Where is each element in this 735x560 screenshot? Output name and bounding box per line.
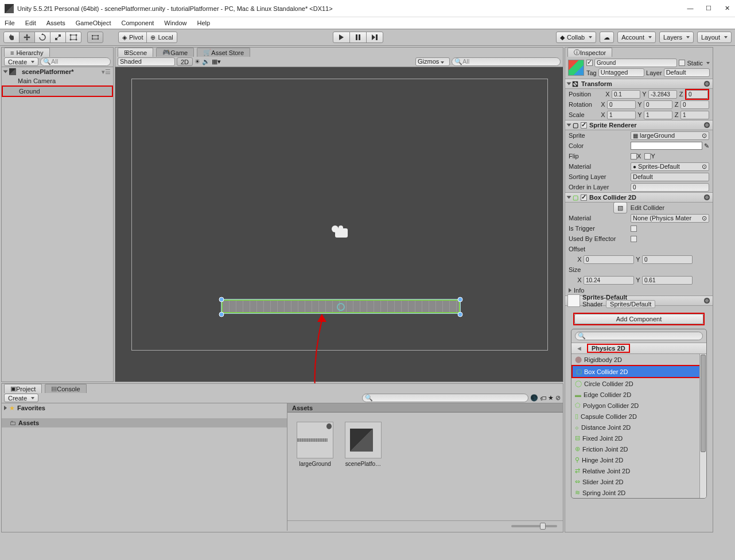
material-preview-header[interactable]: Sprites-DefaultShader Sprites/Default [565, 295, 713, 306]
minimize-button[interactable]: — [687, 5, 694, 12]
shader-dropdown[interactable]: Sprites/Default [606, 300, 655, 308]
component-item-distancejoint2d[interactable]: ⟐Distance Joint 2D [571, 422, 706, 433]
hierarchy-search[interactable]: 🔍All [40, 57, 111, 66]
sorting-layer-dropdown[interactable]: Default [631, 173, 709, 181]
step-button[interactable] [366, 32, 383, 43]
menu-window[interactable]: Window [164, 20, 186, 26]
scale-y[interactable] [644, 111, 672, 119]
gizmos-dropdown[interactable]: Gizmos [415, 57, 450, 66]
flip-x-checkbox[interactable] [631, 153, 637, 160]
gear-icon[interactable] [703, 80, 710, 87]
asset-store-tab[interactable]: 🛒 Asset Store [197, 48, 250, 57]
scene-tab[interactable]: ⊞ Scene [118, 48, 153, 57]
scene-viewport[interactable] [115, 67, 563, 382]
component-item-polygoncollider2d[interactable]: ⬠Polygon Collider 2D [571, 400, 706, 411]
component-item-rigidbody2d[interactable]: ⬤Rigidbody 2D [571, 354, 706, 365]
scene-search[interactable]: 🔍All [452, 57, 561, 66]
pos-x[interactable] [612, 90, 640, 99]
used-by-effector-checkbox[interactable] [631, 236, 637, 242]
component-item-sliderjoint2d[interactable]: ⇔Slider Joint 2D [571, 476, 706, 487]
menu-file[interactable]: File [5, 20, 15, 26]
sprite-field[interactable]: ▦largeGround⊙ [631, 131, 709, 140]
component-item-springjoint2d[interactable]: ≋Spring Joint 2D [571, 487, 706, 498]
sprite-renderer-header[interactable]: ▢Sprite Renderer [565, 120, 713, 130]
collab-dropdown[interactable]: ◆ Collab [556, 32, 596, 43]
thumbnail-size-slider[interactable] [511, 525, 557, 527]
edit-collider-button[interactable]: ▧ [613, 202, 627, 213]
play-button[interactable] [333, 32, 350, 43]
active-checkbox[interactable] [586, 60, 593, 66]
component-item-capsulecollider2d[interactable]: ▯Capsule Collider 2D [571, 411, 706, 422]
menu-component[interactable]: Component [121, 20, 154, 26]
hierarchy-create-button[interactable]: Create [4, 57, 38, 66]
transform-header[interactable]: ⛞Transform [565, 79, 713, 89]
maximize-button[interactable]: ☐ [705, 5, 712, 12]
favorites-label[interactable]: Favorites [17, 405, 45, 411]
close-button[interactable]: ✕ [724, 5, 730, 12]
box-collider-header[interactable]: ▢Box Collider 2D [565, 192, 713, 203]
pos-z[interactable] [686, 90, 708, 99]
hierarchy-item-ground[interactable]: Ground [3, 87, 112, 96]
component-item-fixedjoint2d[interactable]: ⊟Fixed Joint 2D [571, 433, 706, 444]
menu-help[interactable]: Help [197, 20, 210, 26]
gear-icon[interactable] [703, 194, 710, 201]
static-checkbox[interactable] [679, 60, 685, 66]
rot-y[interactable] [644, 100, 672, 109]
collider-enabled-checkbox[interactable] [581, 195, 587, 201]
scene-name[interactable]: scenePlatformer* [22, 68, 74, 75]
physics-material-field[interactable]: None (Physics Mater⊙ [631, 214, 709, 223]
scale-x[interactable] [607, 111, 636, 119]
menu-edit[interactable]: Edit [25, 20, 36, 26]
size-y[interactable] [642, 276, 693, 285]
component-item-hingejoint2d[interactable]: ⚲Hinge Joint 2D [571, 454, 706, 465]
project-folder-assets[interactable]: 🗀Assets [2, 418, 287, 427]
component-item-circlecollider2d[interactable]: ◯Circle Collider 2D [571, 378, 706, 389]
is-trigger-checkbox[interactable] [631, 225, 637, 232]
offset-y[interactable] [642, 255, 693, 264]
component-search[interactable]: 🔍 [575, 332, 703, 340]
hierarchy-item-camera[interactable]: Main Camera [2, 76, 113, 85]
game-tab[interactable]: 🎮 Game [156, 48, 194, 57]
collider-edit-tool[interactable] [87, 32, 103, 43]
move-tool[interactable] [19, 32, 35, 43]
component-item-edgecollider2d[interactable]: ▬Edge Collider 2D [571, 389, 706, 400]
gear-icon[interactable] [703, 122, 710, 129]
offset-x[interactable] [584, 255, 634, 264]
shading-mode-dropdown[interactable]: Shaded [118, 57, 175, 66]
inspector-tab[interactable]: ⓘ Inspector [567, 48, 612, 57]
material-field[interactable]: ●Sprites-Default⊙ [631, 162, 709, 171]
component-item-boxcollider2d[interactable]: ▢Box Collider 2D [573, 366, 705, 377]
project-search[interactable]: 🔍 [362, 394, 528, 402]
object-name-field[interactable] [594, 59, 677, 67]
project-tab[interactable]: ▣ Project [4, 384, 42, 393]
local-button[interactable]: ⊕ Local [146, 32, 177, 43]
scale-tool[interactable] [50, 32, 66, 43]
asset-sceneplatformer[interactable]: scenePlatfo… [345, 422, 382, 467]
cloud-button[interactable]: ☁ [600, 32, 614, 43]
asset-largeground[interactable]: largeGround [297, 422, 333, 467]
pivot-button[interactable]: ◈ Pivot [118, 32, 147, 43]
hidden-icon[interactable]: ⊘ [555, 394, 561, 402]
light-toggle[interactable]: ☀ [195, 58, 200, 65]
pos-y[interactable] [648, 90, 677, 99]
menu-assets[interactable]: Assets [46, 20, 65, 26]
add-component-button[interactable]: Add Component [574, 314, 703, 324]
eyedropper-icon[interactable]: ✎ [704, 142, 709, 150]
console-tab[interactable]: ▤ Console [45, 384, 86, 393]
project-create-button[interactable]: Create [4, 394, 38, 402]
scene-menu-icon[interactable]: ▾☰ [102, 68, 111, 76]
rotate-tool[interactable] [34, 32, 50, 43]
hand-tool[interactable] [3, 32, 20, 43]
rot-z[interactable] [680, 100, 709, 109]
2d-toggle[interactable]: 2D [177, 57, 193, 66]
hierarchy-tab[interactable]: ≡Hierarchy [4, 48, 50, 57]
scrollbar[interactable] [699, 354, 706, 498]
audio-toggle[interactable]: 🔊 [202, 58, 210, 65]
fold-icon[interactable] [3, 71, 8, 73]
fold-icon[interactable] [569, 288, 571, 293]
rect-tool[interactable] [65, 32, 81, 43]
flip-y-checkbox[interactable] [644, 153, 651, 160]
scale-z[interactable] [680, 111, 709, 119]
menu-gameobject[interactable]: GameObject [76, 20, 111, 26]
label-icon[interactable]: 🏷 [540, 395, 546, 402]
